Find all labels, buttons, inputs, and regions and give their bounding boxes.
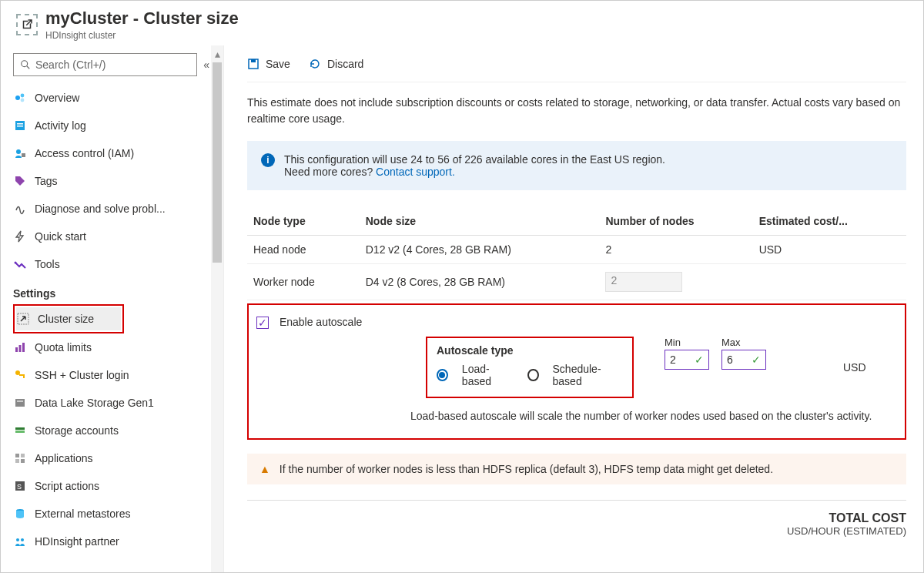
nav-script-actions[interactable]: SScript actions: [13, 472, 211, 500]
svg-rect-13: [19, 345, 22, 352]
svg-text:S: S: [17, 483, 22, 491]
svg-point-10: [15, 262, 17, 264]
radio-schedule-based[interactable]: [527, 369, 539, 381]
svg-point-0: [22, 61, 28, 67]
svg-rect-20: [15, 427, 25, 430]
discard-button[interactable]: Discard: [309, 58, 363, 70]
svg-rect-17: [23, 376, 25, 378]
svg-point-30: [21, 538, 24, 541]
nav-tags[interactable]: Tags: [13, 167, 211, 195]
svg-line-1: [27, 66, 30, 69]
resource-icon: [16, 14, 38, 35]
save-icon: [247, 58, 259, 70]
svg-rect-25: [21, 459, 25, 463]
warning-icon: ▲: [259, 463, 270, 475]
nav-datalake[interactable]: Data Lake Storage Gen1: [13, 389, 211, 417]
highlight-autoscale: ✓ Enable autoscale Autoscale type Load-b…: [247, 303, 906, 440]
nav-activity-log[interactable]: Activity log: [13, 112, 211, 139]
svg-rect-7: [17, 126, 23, 127]
warning-text: If the number of worker nodes is less th…: [280, 463, 773, 475]
col-node-count: Number of nodes: [599, 207, 752, 236]
enable-autoscale-checkbox[interactable]: ✓: [256, 317, 269, 329]
divider: [247, 500, 906, 501]
key-icon: [13, 369, 27, 381]
table-row: Worker node D4 v2 (8 Cores, 28 GB RAM) 2: [247, 264, 906, 300]
db-icon: [13, 508, 27, 520]
autoscale-cost: USD: [843, 361, 866, 374]
page-subtitle: HDInsight cluster: [45, 30, 239, 41]
nodes-table: Node type Node size Number of nodes Esti…: [247, 207, 906, 300]
svg-point-2: [15, 96, 20, 100]
nav-applications[interactable]: Applications: [13, 444, 211, 472]
svg-rect-23: [21, 454, 25, 457]
main-content: Save Discard This estimate does not incl…: [224, 45, 923, 573]
page-header: myCluster - Cluster size HDInsight clust…: [1, 1, 923, 45]
command-bar: Save Discard: [247, 45, 906, 82]
svg-rect-12: [15, 347, 18, 352]
nav-metastores[interactable]: External metastores: [13, 500, 211, 528]
total-cost-sub: USD/HOUR (ESTIMATED): [247, 525, 906, 537]
svg-rect-24: [15, 459, 19, 463]
info-icon: i: [261, 153, 275, 167]
collapse-sidebar[interactable]: «: [203, 59, 209, 71]
worker-count-input: 2: [605, 272, 682, 292]
svg-point-3: [21, 94, 25, 98]
cost-description: This estimate does not include subscript…: [247, 95, 906, 127]
col-node-type: Node type: [247, 207, 360, 236]
svg-rect-14: [22, 343, 25, 352]
sidebar-scrollbar[interactable]: ▴: [211, 45, 223, 573]
svg-rect-19: [17, 400, 23, 402]
sidebar: Search (Ctrl+/) « Overview Activity log …: [1, 45, 224, 573]
min-input[interactable]: 2✓: [665, 350, 709, 370]
svg-point-4: [21, 99, 25, 102]
max-input[interactable]: 6✓: [721, 350, 766, 370]
tools-icon: [13, 258, 27, 270]
info-text: This configuration will use 24 to 56 of …: [284, 153, 665, 166]
settings-header: Settings: [13, 287, 211, 300]
nav-access-control[interactable]: Access control (IAM): [13, 139, 211, 167]
autoscale-description: Load-based autoscale will scale the numb…: [410, 409, 897, 424]
save-button[interactable]: Save: [247, 58, 290, 70]
total-cost-label: TOTAL COST: [247, 511, 906, 525]
min-label: Min: [665, 337, 709, 348]
info-callout: i This configuration will use 24 to 56 o…: [247, 141, 906, 190]
contact-support-link[interactable]: Contact support.: [376, 166, 455, 178]
nav-storage[interactable]: Storage accounts: [13, 417, 211, 444]
radio-load-based[interactable]: [437, 369, 448, 381]
table-row: Head node D12 v2 (4 Cores, 28 GB RAM) 2 …: [247, 236, 906, 264]
nav-partner[interactable]: HDInsight partner: [13, 528, 211, 555]
iam-icon: [13, 147, 27, 159]
autoscale-type-label: Autoscale type: [437, 344, 623, 357]
nav-ssh[interactable]: SSH + Cluster login: [13, 361, 211, 389]
discard-icon: [309, 58, 321, 70]
tags-icon: [13, 175, 27, 187]
enable-autoscale-label: Enable autoscale: [280, 316, 362, 328]
svg-point-29: [16, 538, 19, 541]
svg-rect-9: [22, 153, 25, 157]
scroll-up-icon[interactable]: ▴: [211, 45, 223, 62]
search-input[interactable]: Search (Ctrl+/): [13, 53, 197, 76]
datalake-icon: [13, 397, 27, 409]
apps-icon: [13, 452, 27, 464]
bolt-icon: [13, 230, 27, 243]
nav-quickstart[interactable]: Quick start: [13, 223, 211, 250]
nav-cluster-size[interactable]: Cluster size: [16, 307, 121, 330]
search-icon: [20, 59, 31, 70]
nav-quota[interactable]: Quota limits: [13, 333, 211, 361]
totals: TOTAL COST USD/HOUR (ESTIMATED): [247, 511, 906, 537]
scroll-thumb[interactable]: [213, 62, 222, 263]
highlight-autoscale-type: Autoscale type Load-based Schedule-based: [426, 337, 634, 398]
page-title: myCluster - Cluster size: [45, 8, 239, 28]
nav-overview[interactable]: Overview: [13, 84, 211, 112]
check-icon: ✓: [752, 354, 761, 366]
nav-diagnose[interactable]: Diagnose and solve probl...: [13, 195, 211, 223]
svg-rect-22: [15, 454, 19, 457]
log-icon: [13, 119, 27, 132]
quota-icon: [13, 341, 27, 354]
nav-tools[interactable]: Tools: [13, 250, 211, 278]
col-estimated-cost: Estimated cost/...: [753, 207, 906, 236]
svg-rect-16: [19, 374, 25, 376]
svg-point-8: [16, 149, 21, 154]
warning-callout: ▲ If the number of worker nodes is less …: [247, 454, 906, 484]
svg-rect-21: [15, 431, 25, 433]
